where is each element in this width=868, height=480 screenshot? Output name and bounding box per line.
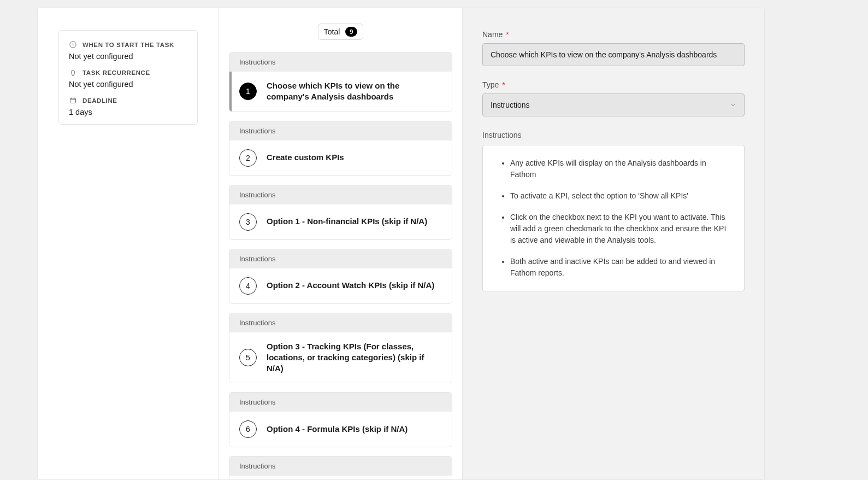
type-select-value: Instructions bbox=[491, 101, 530, 109]
step-card-type-label: Instructions bbox=[229, 185, 452, 204]
name-label-text: Name bbox=[482, 30, 503, 39]
step-card-type-label: Instructions bbox=[229, 249, 452, 268]
step-card-type-label: Instructions bbox=[229, 393, 452, 412]
when-to-start-label: WHEN TO START THE TASK bbox=[69, 40, 187, 49]
step-number-badge: 1 bbox=[239, 83, 257, 100]
total-pill: Total 9 bbox=[318, 24, 364, 40]
name-field-label: Name * bbox=[482, 30, 745, 39]
instructions-list: Any active KPIs will display on the Anal… bbox=[498, 157, 729, 279]
step-title: Choose which KPIs to view on the company… bbox=[267, 80, 442, 103]
step-card-body: 6Option 4 - Formula KPIs (skip if N/A) bbox=[229, 412, 452, 447]
step-card[interactable]: Instructions4Option 2 - Account Watch KP… bbox=[229, 249, 452, 304]
step-title: Option 2 - Account Watch KPIs (skip if N… bbox=[267, 280, 434, 291]
step-card-body: 1Choose which KPIs to view on the compan… bbox=[229, 72, 452, 112]
required-marker: * bbox=[506, 30, 509, 39]
instructions-section-label: Instructions bbox=[482, 131, 745, 139]
clock-icon bbox=[69, 40, 77, 49]
when-to-start-value: Not yet configured bbox=[69, 52, 187, 61]
step-card-type-label: Instructions bbox=[229, 313, 452, 332]
name-input[interactable] bbox=[482, 43, 745, 66]
workflow-editor: WHEN TO START THE TASK Not yet configure… bbox=[37, 8, 765, 480]
step-card-body: 3Option 1 - Non-financial KPIs (skip if … bbox=[229, 204, 452, 239]
step-card[interactable]: Instructions7Option 5 - Library KPIs (sk… bbox=[229, 456, 452, 479]
recurrence-value: Not yet configured bbox=[69, 80, 187, 89]
step-card[interactable]: Instructions5Option 3 - Tracking KPIs (F… bbox=[229, 313, 452, 384]
step-card[interactable]: Instructions2Create custom KPIs bbox=[229, 121, 452, 176]
total-label: Total bbox=[324, 27, 340, 36]
instruction-bullet: To activate a KPI, select the option to … bbox=[510, 190, 729, 202]
step-card-body: 2Create custom KPIs bbox=[229, 141, 452, 175]
recurrence-text: TASK RECURRENCE bbox=[82, 69, 150, 76]
step-number-badge: 2 bbox=[239, 149, 257, 167]
instruction-bullet: Any active KPIs will display on the Anal… bbox=[510, 157, 729, 180]
step-card-type-label: Instructions bbox=[229, 121, 452, 141]
step-card-type-label: Instructions bbox=[229, 52, 452, 72]
instructions-box: Any active KPIs will display on the Anal… bbox=[482, 145, 745, 291]
steps-panel: Total 9 Instructions1Choose which KPIs t… bbox=[219, 8, 463, 479]
step-card-body: 4Option 2 - Account Watch KPIs (skip if … bbox=[229, 268, 452, 303]
step-card[interactable]: Instructions1Choose which KPIs to view o… bbox=[229, 52, 452, 112]
svg-rect-1 bbox=[70, 98, 76, 103]
step-title: Option 1 - Non-financial KPIs (skip if N… bbox=[267, 216, 427, 227]
step-card-type-label: Instructions bbox=[229, 456, 452, 476]
step-card-body: 5Option 3 - Tracking KPIs (For classes, … bbox=[229, 332, 452, 383]
step-number-badge: 3 bbox=[239, 213, 257, 231]
when-to-start-text: WHEN TO START THE TASK bbox=[82, 42, 174, 48]
deadline-value: 1 days bbox=[69, 108, 187, 116]
step-card-body: 7Option 5 - Library KPIs (skip if N/A) bbox=[229, 476, 452, 479]
deadline-text: DEADLINE bbox=[82, 97, 117, 104]
type-field-label: Type * bbox=[482, 80, 745, 89]
schedule-panel: WHEN TO START THE TASK Not yet configure… bbox=[38, 8, 219, 479]
type-select[interactable]: Instructions bbox=[482, 93, 745, 116]
instruction-bullet: Both active and inactive KPIs can be add… bbox=[510, 256, 729, 279]
calendar-icon bbox=[69, 96, 77, 104]
chevron-down-icon bbox=[730, 102, 736, 108]
deadline-label: DEADLINE bbox=[69, 96, 187, 104]
total-wrap: Total 9 bbox=[229, 8, 452, 52]
step-title: Option 3 - Tracking KPIs (For classes, l… bbox=[267, 341, 442, 374]
type-label-text: Type bbox=[482, 80, 499, 89]
bell-icon bbox=[69, 68, 77, 77]
step-number-badge: 6 bbox=[239, 420, 257, 438]
instruction-bullet: Click on the checkbox next to the KPI yo… bbox=[510, 212, 729, 246]
required-marker: * bbox=[502, 80, 505, 89]
step-detail-panel: Name * Type * Instructions Instructions … bbox=[463, 8, 764, 479]
step-title: Option 4 - Formula KPIs (skip if N/A) bbox=[267, 424, 408, 435]
step-card[interactable]: Instructions6Option 4 - Formula KPIs (sk… bbox=[229, 392, 452, 447]
step-number-badge: 5 bbox=[239, 349, 257, 366]
steps-list: Instructions1Choose which KPIs to view o… bbox=[229, 52, 452, 479]
step-number-badge: 4 bbox=[239, 277, 257, 295]
schedule-card: WHEN TO START THE TASK Not yet configure… bbox=[58, 30, 198, 125]
step-title: Create custom KPIs bbox=[267, 152, 344, 163]
total-count-badge: 9 bbox=[345, 27, 357, 37]
recurrence-label: TASK RECURRENCE bbox=[69, 68, 187, 77]
step-card[interactable]: Instructions3Option 1 - Non-financial KP… bbox=[229, 185, 452, 240]
